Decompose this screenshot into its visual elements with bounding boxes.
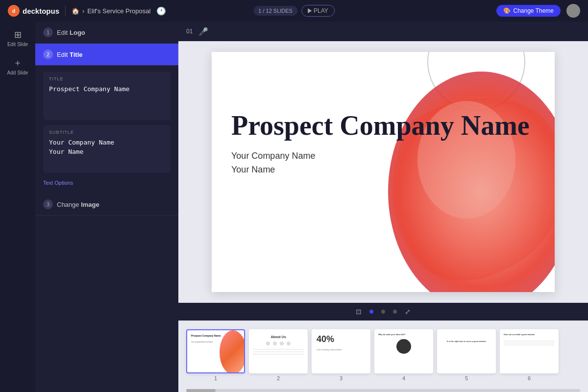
pagination-dot-1[interactable] [369,310,373,314]
edit-slide-button[interactable]: ⊞ Edit Slide [0,25,35,51]
project-name: Elif's Service Proposal [87,7,150,15]
thumb-line-1 [504,341,555,342]
app-logo[interactable]: d decktopus [8,5,59,17]
slide-viewer: 01 🎤 [178,22,588,320]
slide-canvas-container: Prospect Company Name Your Company Name … [178,41,588,303]
slide-counter: 1 / 12 SLIDES PLAY [253,5,335,17]
slide-text-area: Prospect Company Name Your Company Name … [231,111,530,177]
thumbnail-card-2[interactable]: About Us [249,329,308,373]
theme-icon: 🎨 [503,7,511,14]
add-slide-label: Add Slide [7,70,28,75]
slide-subtitle: Your Company Name Your Name [231,149,530,177]
thumb-2-dots [250,342,307,345]
panel-item-title[interactable]: 2 Edit Title [35,44,178,66]
panel-item-3-number: 3 [43,199,53,209]
thumb-line-3 [504,344,555,345]
thumb-dot-2 [273,342,277,345]
panel-item-1-label: Edit Logo [57,29,85,36]
logo-icon: d [8,5,20,17]
slide-canvas: Prospect Company Name Your Company Name … [212,52,555,292]
thumbnail-number-5: 5 [465,375,468,381]
main-layout: ⊞ Edit Slide ＋ Add Slide 1 Edit Logo 2 E… [0,22,588,392]
thumb-dot-3 [280,342,284,345]
play-button[interactable]: PLAY [301,5,335,17]
subtitle-field-block: SUBTITLE Your Company Name Your Name [43,125,171,173]
pagination-dot-3[interactable] [393,310,397,314]
fit-screen-icon[interactable]: ⊡ [356,308,362,316]
thumbnail-number-6: 6 [528,375,531,381]
thumb-line-2 [504,343,555,343]
panel-item-2-number: 2 [43,49,53,59]
panel-item-logo[interactable]: 1 Edit Logo [35,22,178,44]
microphone-icon[interactable]: 🎤 [198,27,208,36]
thumbnail-card-4[interactable]: Why do what your ideas fail? [374,329,433,373]
thumbnail-card-1[interactable]: Prospect Company Name Your Company Name … [186,329,245,373]
thumb-dot-4 [287,342,291,345]
thumbnail-number-2: 2 [277,375,280,381]
thumbnail-number-1: 1 [214,375,217,381]
thumbnail-item-6: How can we build a great website 6 [500,329,559,381]
thumb-6-title: How can we build a great website [501,330,558,339]
breadcrumb: 🏠 › Elif's Service Proposal [72,7,150,15]
subtitle-input[interactable]: Your Company Name Your Name [49,138,165,167]
nav-divider [65,6,66,16]
slide-toolbar: 01 🎤 [178,22,588,41]
thumbnail-item-3: 40% Cost of having a bad website 3 [312,329,370,381]
title-field-label: TITLE [49,76,165,81]
play-triangle-icon [308,8,312,13]
thumb-4-title: Why do what your ideas fail? [375,330,432,337]
thumbnail-card-6[interactable]: How can we build a great website [500,329,559,373]
thumb-6-lines [501,339,558,347]
text-edit-area: TITLE Prospect Company Name SUBTITLE You… [35,66,178,194]
change-theme-button[interactable]: 🎨 Change Theme [496,5,561,17]
thumb-2-title: About Us [250,330,307,339]
thumbnail-item-1: Prospect Company Name Your Company Name … [186,329,245,381]
thumbnail-card-5[interactable]: It is the right time to serve a great we… [437,329,496,373]
thumb-3-percent: 40% [313,330,369,348]
expand-icon[interactable]: ⤢ [405,308,411,316]
edit-slide-label: Edit Slide [7,42,28,47]
title-field-block: TITLE Prospect Company Name [43,72,171,120]
thumb-3-label: Cost of having a bad website [313,348,369,351]
scroll-thumb[interactable] [186,389,216,392]
panel-item-3-label: Change Image [57,201,99,208]
home-icon[interactable]: 🏠 [72,7,79,15]
bottom-toolbar: ⊡ ⤢ [178,303,588,320]
thumbnail-item-4: Why do what your ideas fail? 4 [374,329,433,381]
title-input[interactable]: Prospect Company Name [49,84,165,113]
history-icon[interactable]: 🕐 [156,6,166,16]
thumbnail-number-4: 4 [402,375,405,381]
main-content: 01 🎤 [178,22,588,392]
slide-title: Prospect Company Name [231,111,530,141]
panel-item-1-number: 1 [43,27,53,37]
slide-number-label: 01 [186,28,193,35]
subtitle-field-label: SUBTITLE [49,130,165,135]
top-navigation: d decktopus 🏠 › Elif's Service Proposal … [0,0,588,22]
panel-item-image[interactable]: 3 Change Image [35,194,178,216]
add-slide-icon: ＋ [13,57,22,69]
add-slide-button[interactable]: ＋ Add Slide [0,53,35,79]
text-options-link[interactable]: Text Options [43,178,171,188]
panel-item-2-label: Edit Title [57,51,83,58]
thumb-1-blob [220,330,245,373]
app-name: decktopus [23,7,59,15]
edit-panel: 1 Edit Logo 2 Edit Title TITLE Prospect … [35,22,178,392]
decorative-blob-shape [388,72,555,292]
thumbnail-item-5: It is the right time to serve a great we… [437,329,496,381]
user-avatar[interactable] [566,4,580,18]
thumb-4-circle [396,339,411,354]
thumb-dot-1 [266,342,270,345]
thumbnail-card-3[interactable]: 40% Cost of having a bad website [312,329,370,373]
thumbnail-strip: Prospect Company Name Your Company Name … [178,320,588,389]
thumb-5-title: It is the right time to serve a great we… [438,330,495,352]
thumbnail-item-2: About Us 2 [249,329,308,381]
slide-counter-badge: 1 / 12 SLIDES [253,6,297,16]
pagination-dot-2[interactable] [381,310,385,314]
thumbnail-number-3: 3 [340,375,343,381]
left-sidebar: ⊞ Edit Slide ＋ Add Slide [0,22,35,392]
edit-slide-icon: ⊞ [14,29,22,40]
scroll-track [186,389,580,392]
breadcrumb-separator: › [82,7,84,15]
